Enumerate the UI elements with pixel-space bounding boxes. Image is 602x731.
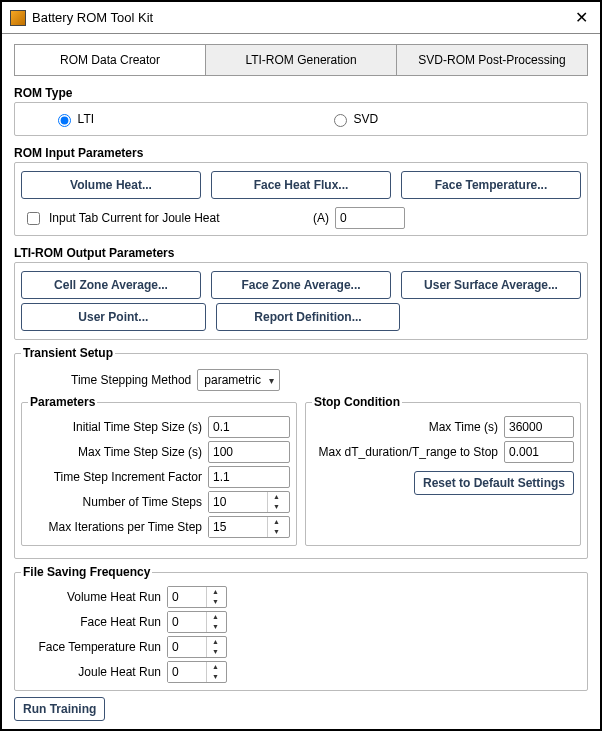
dt-stop-input[interactable] xyxy=(504,441,574,463)
increment-label: Time Step Increment Factor xyxy=(54,470,202,484)
face-temp-run-spinner[interactable]: ▲▼ xyxy=(167,636,227,658)
tab-lti-rom-generation[interactable]: LTI-ROM Generation xyxy=(206,45,397,75)
joule-heat-checkbox-label: Input Tab Current for Joule Heat xyxy=(49,211,220,225)
joule-unit-label: (A) xyxy=(313,211,329,225)
chevron-up-icon[interactable]: ▲ xyxy=(268,517,285,527)
close-icon[interactable]: ✕ xyxy=(571,8,592,27)
tab-rom-data-creator[interactable]: ROM Data Creator xyxy=(15,45,206,75)
chevron-down-icon[interactable]: ▼ xyxy=(207,597,224,607)
face-temperature-button[interactable]: Face Temperature... xyxy=(401,171,581,199)
titlebar: Battery ROM Tool Kit ✕ xyxy=(2,2,600,34)
chevron-up-icon[interactable]: ▲ xyxy=(207,637,224,647)
divider xyxy=(14,729,588,730)
radio-svd-label: SVD xyxy=(354,112,379,126)
app-icon xyxy=(10,10,26,26)
chevron-down-icon[interactable]: ▼ xyxy=(207,672,224,682)
face-heat-run-label: Face Heat Run xyxy=(21,615,161,629)
report-definition-button[interactable]: Report Definition... xyxy=(216,303,401,331)
rom-input-title: ROM Input Parameters xyxy=(14,146,588,160)
face-heat-flux-button[interactable]: Face Heat Flux... xyxy=(211,171,391,199)
radio-lti-label: LTI xyxy=(78,112,94,126)
chevron-down-icon[interactable]: ▼ xyxy=(268,527,285,537)
num-steps-input[interactable] xyxy=(209,492,267,512)
face-heat-run-input[interactable] xyxy=(168,612,206,632)
chevron-up-icon[interactable]: ▲ xyxy=(207,587,224,597)
max-step-input[interactable] xyxy=(208,441,290,463)
dt-stop-label: Max dT_duration/T_range to Stop xyxy=(319,445,498,459)
time-stepping-select[interactable]: parametric xyxy=(197,369,280,391)
max-iter-input[interactable] xyxy=(209,517,267,537)
initial-step-input[interactable] xyxy=(208,416,290,438)
initial-step-label: Initial Time Step Size (s) xyxy=(73,420,202,434)
joule-heat-checkbox[interactable] xyxy=(27,212,40,225)
stop-title: Stop Condition xyxy=(312,395,402,409)
time-stepping-label: Time Stepping Method xyxy=(71,373,191,387)
volume-heat-run-spinner[interactable]: ▲▼ xyxy=(167,586,227,608)
tab-bar: ROM Data Creator LTI-ROM Generation SVD-… xyxy=(14,44,588,76)
rom-type-title: ROM Type xyxy=(14,86,588,100)
volume-heat-run-input[interactable] xyxy=(168,587,206,607)
chevron-up-icon[interactable]: ▲ xyxy=(207,612,224,622)
joule-current-input[interactable] xyxy=(335,207,405,229)
parameters-group: Parameters Initial Time Step Size (s) Ma… xyxy=(21,395,297,546)
parameters-title: Parameters xyxy=(28,395,97,409)
face-temp-run-input[interactable] xyxy=(168,637,206,657)
chevron-up-icon[interactable]: ▲ xyxy=(207,662,224,672)
file-saving-group: File Saving Frequency Volume Heat Run ▲▼… xyxy=(14,565,588,691)
radio-svd[interactable] xyxy=(334,114,347,127)
max-step-label: Max Time Step Size (s) xyxy=(78,445,202,459)
user-point-button[interactable]: User Point... xyxy=(21,303,206,331)
chevron-up-icon[interactable]: ▲ xyxy=(268,492,285,502)
max-iter-spinner[interactable]: ▲▼ xyxy=(208,516,290,538)
volume-heat-run-label: Volume Heat Run xyxy=(21,590,161,604)
volume-heat-button[interactable]: Volume Heat... xyxy=(21,171,201,199)
user-surface-average-button[interactable]: User Surface Average... xyxy=(401,271,581,299)
file-saving-title: File Saving Frequency xyxy=(21,565,152,579)
rom-input-group: Volume Heat... Face Heat Flux... Face Te… xyxy=(14,162,588,236)
stop-condition-group: Stop Condition Max Time (s) Max dT_durat… xyxy=(305,395,581,546)
num-steps-label: Number of Time Steps xyxy=(83,495,202,509)
main-content: ROM Data Creator LTI-ROM Generation SVD-… xyxy=(2,34,600,731)
transient-setup-group: Transient Setup Time Stepping Method par… xyxy=(14,346,588,559)
joule-heat-run-label: Joule Heat Run xyxy=(21,665,161,679)
lti-output-title: LTI-ROM Output Parameters xyxy=(14,246,588,260)
radio-lti[interactable] xyxy=(58,114,71,127)
transient-title: Transient Setup xyxy=(21,346,115,360)
tab-svd-rom-post-processing[interactable]: SVD-ROM Post-Processing xyxy=(397,45,587,75)
reset-defaults-button[interactable]: Reset to Default Settings xyxy=(414,471,574,495)
chevron-down-icon[interactable]: ▼ xyxy=(207,647,224,657)
cell-zone-average-button[interactable]: Cell Zone Average... xyxy=(21,271,201,299)
run-training-button[interactable]: Run Training xyxy=(14,697,105,721)
window-title: Battery ROM Tool Kit xyxy=(32,10,571,25)
max-iter-label: Max Iterations per Time Step xyxy=(49,520,202,534)
chevron-down-icon[interactable]: ▼ xyxy=(268,502,285,512)
face-zone-average-button[interactable]: Face Zone Average... xyxy=(211,271,391,299)
lti-output-group: Cell Zone Average... Face Zone Average..… xyxy=(14,262,588,340)
max-time-label: Max Time (s) xyxy=(429,420,498,434)
face-temp-run-label: Face Temperature Run xyxy=(21,640,161,654)
face-heat-run-spinner[interactable]: ▲▼ xyxy=(167,611,227,633)
increment-input[interactable] xyxy=(208,466,290,488)
max-time-input[interactable] xyxy=(504,416,574,438)
chevron-down-icon[interactable]: ▼ xyxy=(207,622,224,632)
rom-type-group: LTI SVD xyxy=(14,102,588,136)
joule-heat-run-spinner[interactable]: ▲▼ xyxy=(167,661,227,683)
joule-heat-run-input[interactable] xyxy=(168,662,206,682)
num-steps-spinner[interactable]: ▲▼ xyxy=(208,491,290,513)
